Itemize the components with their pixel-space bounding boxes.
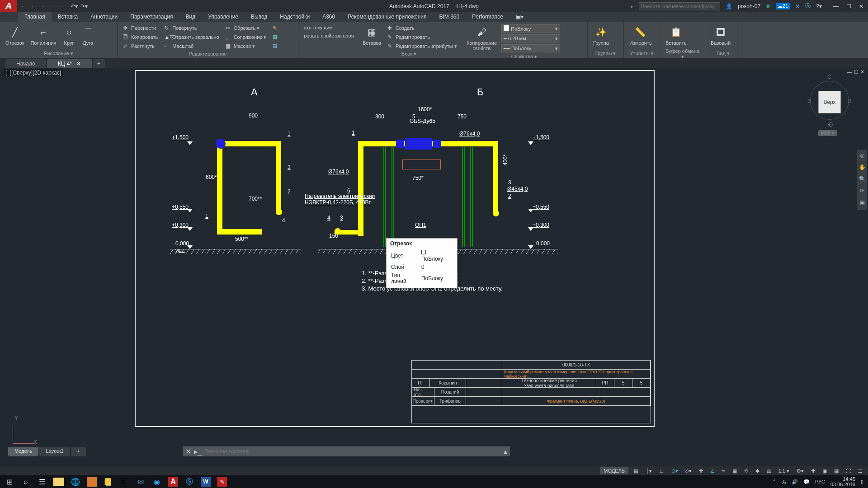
mirror-button[interactable]: ▲▽Отразить зеркально [162,33,221,41]
signin-icon[interactable]: 👤 [726,3,732,9]
close-button[interactable]: ✕ [858,3,864,9]
vp-close[interactable]: ✕ [860,69,864,75]
viewcube-wcs[interactable]: МСК ▾ [818,130,837,136]
exchange-icon[interactable]: ✖ [766,3,770,9]
tab-addins[interactable]: Надстройки [274,12,316,22]
tab-model[interactable]: Модель [8,447,38,456]
block-create-button[interactable]: ✚Создать [386,24,459,32]
tab-home[interactable]: Главная [18,12,52,22]
tab-a360[interactable]: A360 [316,12,341,22]
group-button[interactable]: ✨Группа [591,24,611,50]
utils-panel-label[interactable]: Утилиты ▾ [627,50,656,56]
plot-icon[interactable]: ▫ [61,3,67,9]
tab-bim360[interactable]: BIM 360 [433,12,466,22]
tray-network-icon[interactable]: 🖧 [781,479,786,484]
skype-icon[interactable]: Ⓢ [184,477,194,487]
autocad-taskbar-icon[interactable]: A [168,477,178,487]
fillet-button[interactable]: ◟Сопряжение ▾ [224,33,269,41]
layer-current[interactable]: ать текущим [302,24,353,31]
layer-match[interactable]: ровать свойства слоя [302,32,353,39]
nav-orbit-icon[interactable]: ⟳ [858,188,866,196]
vp-maximize[interactable]: ☐ [854,69,859,75]
block-panel-label[interactable]: Блок ▾ [361,50,457,57]
tab-expand-icon[interactable]: ▣▾ [509,12,530,22]
status-lwt-icon[interactable]: ━ [720,467,727,475]
rotate-button[interactable]: ↻Повернуть [162,24,221,32]
status-annomon-icon[interactable]: ✱ [754,467,761,475]
view-panel-label[interactable]: Вид ▾ [709,50,737,56]
tab-start[interactable]: Начало [5,59,46,68]
tray-action-center[interactable]: ▯ [861,479,863,485]
tab-featured[interactable]: Рекомендованные приложения [341,12,433,22]
linetype-combo[interactable]: ━━ ПоБлоку▾ [501,44,560,52]
clip-panel-label[interactable]: Буфер обмена ▾ [664,47,701,60]
array-button[interactable]: ▦Массив ▾ [224,42,269,50]
status-model[interactable]: МОДЕЛЬ [600,467,628,474]
new-icon[interactable]: ▫ [21,3,27,9]
app-icon[interactable] [87,477,97,487]
search-input[interactable] [639,2,720,10]
color-combo[interactable]: ПоБлоку▾ [501,24,560,33]
tab-annotate[interactable]: Аннотации [84,12,124,22]
chrome-icon[interactable]: 🌐 [71,477,80,487]
nav-wheel-icon[interactable]: ◎ [858,152,866,160]
command-line[interactable]: ✕ ▸_ ▴ [183,446,510,456]
tray-lang[interactable]: РУС [815,479,825,484]
line-button[interactable]: ╱Отрезок [4,24,26,50]
status-ortho-icon[interactable]: ∟ [657,467,666,474]
cloud-badge[interactable]: ☁21 [776,3,790,9]
mod-icon-2[interactable]: ⊞ [271,33,281,41]
tab-manage[interactable]: Управление [202,12,245,22]
mod-icon-1[interactable]: ✎ [271,24,281,32]
tab-layout-add[interactable]: + [71,447,86,456]
status-gear-icon[interactable]: ⚙▾ [795,467,806,475]
undo-icon[interactable]: ↶▾ [71,3,77,9]
canvas[interactable]: А Б 900 700** 600* 500** +1,500 +0,550 +… [4,68,700,456]
viewcube-e[interactable]: В [848,98,852,104]
command-input[interactable] [204,448,501,455]
minimize-button[interactable]: — [833,3,839,9]
modify-panel-label[interactable]: Редактирование [121,50,294,56]
move-button[interactable]: ✥Перенести [121,24,160,32]
x-icon[interactable]: ✕ [795,3,800,9]
measure-button[interactable]: 📏Измерить [627,24,654,50]
nav-pan-icon[interactable]: ✋ [858,164,866,172]
save-icon[interactable]: ▫ [41,3,47,9]
explorer-icon[interactable] [53,478,64,486]
block-attr-button[interactable]: ✎Редактировать атрибуты ▾ [386,42,459,50]
a-icon[interactable]: Ⓐ [805,2,811,10]
tab-drawing[interactable]: КЦ-4* ✕ [47,59,92,68]
tab-view[interactable]: Вид [179,12,202,22]
status-scale[interactable]: 1:1 ▾ [777,467,791,475]
start-button[interactable]: ⊞ [5,477,14,487]
status-grid-icon[interactable]: ▦ [632,467,640,475]
cmd-close-icon[interactable]: ✕ [185,447,191,456]
app-logo[interactable]: A [0,0,17,12]
block-insert-button[interactable]: ▦Вставка [361,24,383,50]
status-cycle-icon[interactable]: ⟲ [742,467,750,475]
trim-button[interactable]: ✂Обрезать ▾ [224,24,269,32]
tray-clock[interactable]: 14:4503.06.2016 [830,476,855,487]
tray-notif-icon[interactable]: 💬 [803,479,810,485]
status-menu-icon[interactable]: ☰ [856,467,864,475]
status-3dosnap-icon[interactable]: ✚ [697,467,705,475]
tab-insert[interactable]: Вставка [52,12,85,22]
status-snap-icon[interactable]: ┼▾ [644,467,654,475]
status-polar-icon[interactable]: ⊙▾ [670,467,680,475]
viewcube[interactable]: Верх С Ю З В МСК ▾ [805,73,854,136]
status-cui-icon[interactable]: ▦ [832,467,840,475]
baseview-button[interactable]: 🞐Базовый [709,24,732,50]
nav-zoom-icon[interactable]: 🔍 [858,176,866,184]
status-qp-icon[interactable]: ▣ [821,467,829,475]
copy-button[interactable]: ⿻Копировать [121,33,160,41]
mod-icon-3[interactable]: ⊟ [271,42,281,50]
maximize-button[interactable]: ☐ [845,3,852,9]
tab-add[interactable]: + [93,59,105,68]
redo-icon[interactable]: ↷▾ [80,3,87,9]
ucs-icon[interactable]: Y X [9,417,36,444]
tab-layout1[interactable]: Layout1 [39,447,70,456]
cmd-expand-icon[interactable]: ▴ [504,447,507,456]
edge-icon[interactable]: ◉ [152,477,162,487]
user-name[interactable]: posoh-07 [738,3,760,9]
status-plus-icon[interactable]: ✚ [809,467,817,475]
